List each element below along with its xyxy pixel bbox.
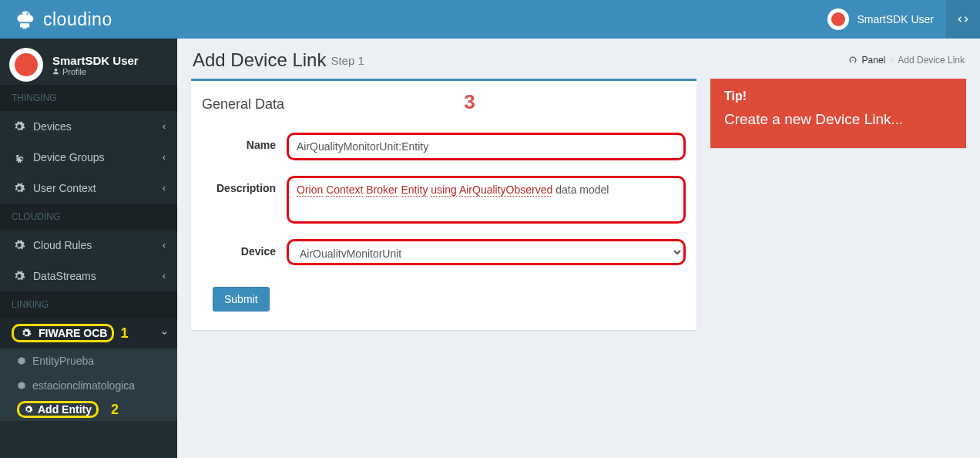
sidebar-subitem-estacion[interactable]: estacionclimatologica — [0, 373, 177, 398]
topbar-user-name: SmartSDK User — [857, 13, 934, 25]
svg-rect-3 — [22, 28, 26, 29]
brand-text: cloudino — [43, 9, 112, 30]
tip-title: Tip! — [724, 89, 952, 103]
chevron-down-icon: ‹ — [159, 332, 169, 335]
annotation-2: 2 — [111, 402, 119, 418]
device-label: Device — [202, 239, 287, 258]
sidebar-user-name: SmartSDK User — [52, 54, 139, 67]
brand-logo-icon — [14, 8, 35, 30]
chevron-left-icon: ‹ — [163, 271, 166, 281]
sidebar-item-cloud-rules[interactable]: Cloud Rules ‹ — [0, 230, 177, 261]
topbar: cloudino SmartSDK User — [0, 0, 980, 39]
user-panel[interactable]: SmartSDK User Profile — [0, 39, 177, 85]
submit-button[interactable]: Submit — [213, 287, 270, 312]
sidebar-item-datastreams[interactable]: DataStreams ‹ — [0, 261, 177, 291]
code-toggle-button[interactable] — [946, 0, 980, 39]
gears-icon — [12, 120, 27, 133]
svg-rect-2 — [20, 23, 29, 27]
sidebar-item-devices[interactable]: Devices ‹ — [0, 111, 177, 142]
name-label: Name — [202, 133, 287, 151]
description-label: Description — [202, 176, 287, 194]
panel-title: General Data — [202, 96, 284, 113]
breadcrumb: Panel › Add Device Link — [848, 55, 965, 66]
brand[interactable]: cloudino — [0, 0, 177, 39]
sidebar-item-fiware-ocb[interactable]: FIWARE OCB 1 ‹ — [0, 318, 177, 349]
avatar-icon — [827, 8, 849, 30]
tip-text: Create a new Device Link... — [724, 111, 952, 128]
annotation-1: 1 — [120, 325, 128, 342]
sidebar-submenu-fiware: EntityPrueba estacionclimatologica Add E… — [0, 349, 177, 421]
gears-icon — [12, 239, 27, 251]
chevron-left-icon: ‹ — [163, 240, 166, 251]
content-header: Add Device Link Step 1 Panel › Add Devic… — [177, 39, 980, 79]
dashboard-icon — [848, 56, 858, 65]
sidebar-subitem-entityprueba[interactable]: EntityPrueba — [0, 349, 177, 373]
avatar-icon — [9, 48, 43, 82]
device-select[interactable]: AirQualityMonitorUnit — [287, 239, 686, 265]
name-input[interactable] — [287, 133, 686, 160]
gears-icon — [12, 270, 27, 282]
cube-icon — [17, 381, 26, 390]
breadcrumb-current: Add Device Link — [898, 55, 965, 66]
cube-icon — [17, 356, 26, 365]
gears-icon — [18, 328, 34, 338]
sidebar-subitem-add-entity[interactable]: Add Entity 2 — [0, 398, 177, 421]
chevron-left-icon: ‹ — [163, 183, 166, 194]
user-icon — [52, 68, 59, 75]
topbar-user[interactable]: SmartSDK User — [815, 0, 946, 39]
content: Add Device Link Step 1 Panel › Add Devic… — [177, 39, 980, 458]
form-panel: General Data 3 Name Description Orion Co… — [191, 79, 696, 330]
svg-point-0 — [21, 13, 22, 15]
sidebar-header-linking: LINKING — [0, 291, 177, 318]
sidebar-item-user-context[interactable]: User Context ‹ — [0, 173, 177, 204]
chevron-left-icon: ‹ — [163, 152, 166, 163]
chevron-left-icon: ‹ — [163, 121, 166, 132]
sidebar-item-device-groups[interactable]: Device Groups ‹ — [0, 142, 177, 173]
page-step: Step 1 — [331, 54, 364, 67]
annotation-3: 3 — [464, 90, 475, 114]
breadcrumb-panel[interactable]: Panel — [862, 55, 886, 66]
tip-box: Tip! Create a new Device Link... — [710, 79, 966, 148]
sidebar-header-clouding: CLOUDING — [0, 204, 177, 230]
gears-icon — [12, 151, 27, 163]
page-title: Add Device Link — [193, 49, 326, 71]
description-input[interactable]: Orion Context Broker Entity using AirQua… — [287, 176, 686, 224]
code-icon — [956, 12, 970, 26]
gear-icon — [24, 405, 33, 414]
sidebar-header-thinging: THINGING — [0, 85, 177, 111]
sidebar-user-profile[interactable]: Profile — [52, 67, 139, 76]
gears-icon — [12, 182, 27, 194]
sidebar: SmartSDK User Profile THINGING Devices ‹… — [0, 39, 177, 458]
svg-point-1 — [26, 13, 28, 15]
